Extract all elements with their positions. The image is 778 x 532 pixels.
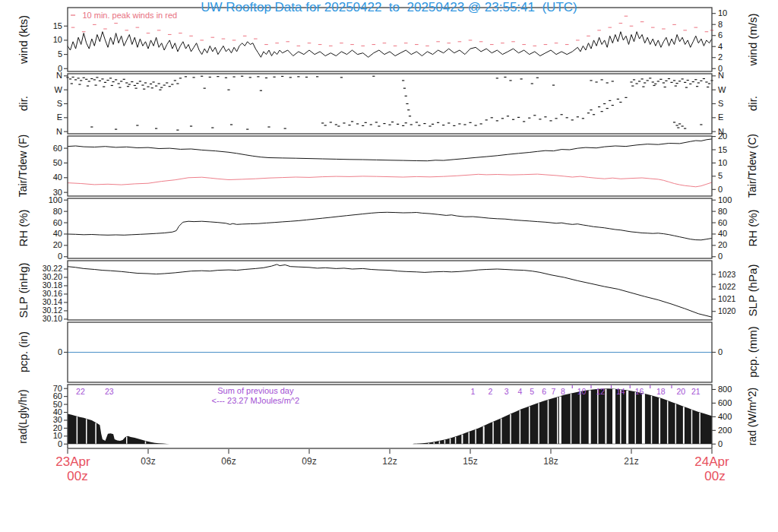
weather-station-plot: 051015024681010 min. peak winds in redNW… xyxy=(0,0,778,532)
svg-text:60: 60 xyxy=(53,391,62,401)
svg-text:W: W xyxy=(718,85,726,94)
svg-text:40: 40 xyxy=(53,407,62,416)
svg-text:400: 400 xyxy=(718,412,732,421)
svg-text:00z: 00z xyxy=(67,469,87,483)
svg-text:5: 5 xyxy=(58,49,62,59)
svg-text:15z: 15z xyxy=(463,456,477,467)
svg-text:6: 6 xyxy=(718,30,723,40)
svg-text:09z: 09z xyxy=(302,456,316,467)
svg-text:12: 12 xyxy=(596,387,606,396)
svg-text:0: 0 xyxy=(58,252,62,261)
panel-wind: 051015024681010 min. peak winds in red xyxy=(53,8,728,73)
svg-text:16: 16 xyxy=(635,387,644,396)
svg-text:80: 80 xyxy=(718,207,727,216)
svg-text:0: 0 xyxy=(718,347,723,356)
svg-text:30.20: 30.20 xyxy=(43,272,62,281)
svg-text:50: 50 xyxy=(53,158,62,167)
dir-series xyxy=(66,76,713,130)
axis-label-dir-left: dir. xyxy=(17,96,30,111)
svg-text:60: 60 xyxy=(718,218,727,227)
svg-text:30.12: 30.12 xyxy=(43,306,62,315)
svg-text:4: 4 xyxy=(517,387,522,396)
svg-text:18: 18 xyxy=(656,387,666,396)
svg-text:30.22: 30.22 xyxy=(43,264,62,273)
panel-rh: 020406080100020406080100 xyxy=(49,195,732,261)
svg-text:70: 70 xyxy=(53,384,62,393)
rh-series xyxy=(68,212,712,240)
x-axis: 03z06z09z12z15z18z21z23Apr00z24Apr00z xyxy=(55,449,729,483)
svg-text:23Apr: 23Apr xyxy=(55,454,90,469)
svg-text:10: 10 xyxy=(53,35,62,44)
svg-text:30.16: 30.16 xyxy=(43,289,62,298)
chart-svg: 051015024681010 min. peak winds in redNW… xyxy=(0,0,778,532)
svg-text:15: 15 xyxy=(53,21,62,30)
svg-text:1022: 1022 xyxy=(718,282,736,291)
svg-text:30: 30 xyxy=(53,415,62,424)
svg-text:10: 10 xyxy=(53,431,62,440)
svg-text:20: 20 xyxy=(53,423,62,432)
svg-text:0: 0 xyxy=(718,439,723,448)
svg-text:S: S xyxy=(57,99,62,108)
svg-text:14: 14 xyxy=(616,387,625,396)
svg-text:0: 0 xyxy=(58,347,62,356)
svg-text:1: 1 xyxy=(471,387,476,396)
svg-text:60: 60 xyxy=(53,144,62,153)
svg-text:E: E xyxy=(718,112,723,122)
previous-day-sum-annotation: Sum of previous day<--- 23.27 MJoules/m^… xyxy=(212,386,300,405)
svg-text:S: S xyxy=(718,99,723,108)
temp-series xyxy=(68,139,712,187)
svg-text:600: 600 xyxy=(718,398,732,407)
svg-text:0: 0 xyxy=(58,439,62,448)
axis-label-rh-right: RH (%) xyxy=(746,209,759,246)
slp-yticks: 30.1030.1230.1430.1630.1830.2030.2210201… xyxy=(43,264,736,323)
svg-text:15: 15 xyxy=(718,145,727,154)
svg-text:22: 22 xyxy=(76,387,85,396)
svg-text:03z: 03z xyxy=(141,456,155,467)
axis-label-dir-right: dir. xyxy=(746,96,759,111)
temp-yticks: 3040506005101520 xyxy=(53,131,728,197)
svg-text:E: E xyxy=(57,112,62,122)
svg-text:06z: 06z xyxy=(221,456,236,467)
axis-label-slp-left: SLP (inHg) xyxy=(17,262,30,318)
svg-text:8: 8 xyxy=(718,20,723,29)
svg-text:3: 3 xyxy=(504,387,509,396)
slp-frame xyxy=(68,261,712,320)
axis-label-wind-left: wind (kts) xyxy=(17,15,30,64)
axis-label-wind-right: wind (m/s) xyxy=(746,13,759,65)
wind-series xyxy=(68,16,713,57)
svg-text:80: 80 xyxy=(53,207,62,216)
svg-text:24Apr: 24Apr xyxy=(694,454,729,469)
svg-text:6: 6 xyxy=(542,387,546,396)
svg-text:18z: 18z xyxy=(543,456,558,467)
dir-yticks: NWSENNWSEN xyxy=(55,71,726,135)
svg-text:1020: 1020 xyxy=(718,306,736,315)
temp-frame xyxy=(68,136,712,196)
svg-text:800: 800 xyxy=(718,385,732,394)
svg-text:60: 60 xyxy=(53,218,62,227)
svg-text:5: 5 xyxy=(530,387,534,396)
svg-text:30.18: 30.18 xyxy=(43,280,62,290)
svg-text:N: N xyxy=(56,127,62,136)
svg-text:1021: 1021 xyxy=(718,294,736,303)
svg-text:8: 8 xyxy=(561,387,565,396)
panel-temp: 3040506005101520 xyxy=(53,131,728,197)
svg-text:Sum of previous day: Sum of previous day xyxy=(217,386,294,395)
panel-pcp: 00 xyxy=(58,322,723,382)
svg-text:2: 2 xyxy=(718,52,723,62)
svg-text:100: 100 xyxy=(49,195,62,204)
axis-label-rad-left: rad(Lgly/hr) xyxy=(17,389,29,444)
svg-text:40: 40 xyxy=(718,229,727,238)
rh-yticks: 020406080100020406080100 xyxy=(49,195,732,261)
svg-text:4: 4 xyxy=(718,42,723,51)
panel-slp: 30.1030.1230.1430.1630.1830.2030.2210201… xyxy=(43,261,736,323)
svg-text:10: 10 xyxy=(577,387,587,396)
svg-text:40: 40 xyxy=(53,173,62,182)
svg-text:40: 40 xyxy=(53,229,62,238)
svg-text:30.10: 30.10 xyxy=(43,314,62,323)
svg-text:100: 100 xyxy=(718,195,732,204)
axis-label-pcp-left: pcp. (in) xyxy=(17,331,30,372)
axis-label-temp-right: Tair/Tdew (C) xyxy=(746,134,758,198)
svg-text:20: 20 xyxy=(677,387,686,396)
svg-text:30.14: 30.14 xyxy=(43,297,62,306)
axis-label-rad-right: rad (W/m^2) xyxy=(746,388,758,446)
